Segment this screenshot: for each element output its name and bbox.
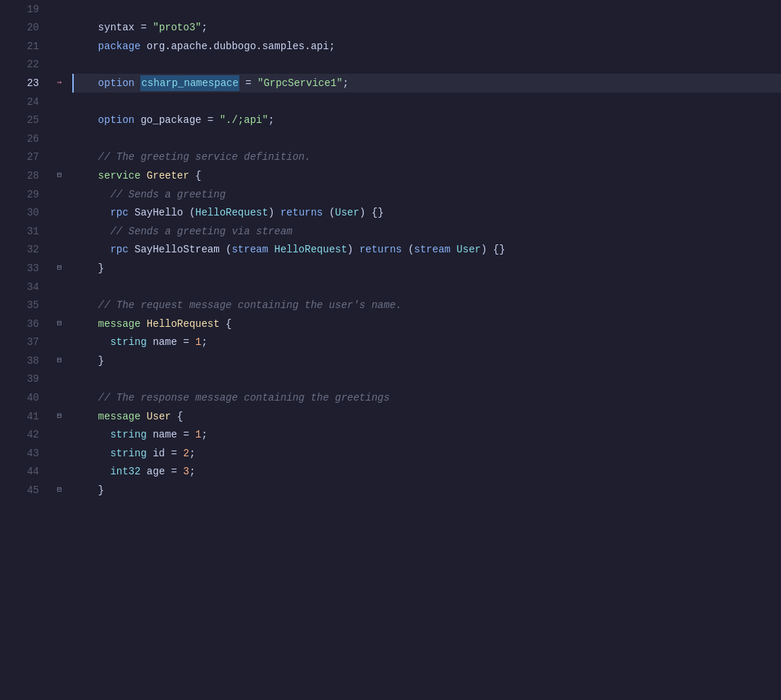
token: "GrpcService1" [257,75,343,91]
token-rpc-name: SayHello [135,205,189,221]
code-line-37: string name = 1 ; [74,333,781,352]
line-num-19: 19 [0,0,51,19]
token: option [74,112,140,128]
line-num-29: 29 [0,185,51,204]
token: } [74,482,104,498]
token-type: User [335,205,359,221]
code-line-20: syntax = "proto3" ; [74,19,781,38]
token-comment: // Sends a greeting via stream [74,223,292,239]
code-line-39 [74,370,781,389]
token: = [239,75,257,91]
token: ; [189,445,195,461]
token: ( [329,205,335,221]
code-editor: 19 20 21 22 23 24 25 26 27 28 29 30 31 3… [0,0,781,700]
line-num-44: 44 [0,463,51,482]
code-line-24 [74,93,781,111]
token: ( [408,242,414,257]
token: = [183,334,195,350]
line-num-33: 33 [0,259,51,278]
line-num-43: 43 [0,444,51,463]
code-line-28: service Greeter { [74,166,781,185]
line-num-39: 39 [0,370,51,389]
fold-icon-38[interactable]: ⊟ [51,351,68,370]
token-var: age [147,464,171,479]
token: ) [347,242,359,257]
code-line-25: option go_package = "./;api" ; [74,111,781,130]
token-message-name: HelloRequest [147,316,226,332]
fold-icon-28[interactable]: ⊟ [51,166,68,185]
line-num-23: 23 [0,74,51,93]
line-num-32: 32 [0,241,51,260]
code-line-27: // The greeting service definition. [74,148,781,167]
token-stream-kw2: stream [414,242,457,257]
token: { [226,316,231,332]
token-service-name: Greeter [147,168,195,184]
gutter-43 [51,444,68,463]
line-num-42: 42 [0,426,51,445]
line-num-45: 45 [0,481,51,500]
code-line-32: rpc SayHelloStream ( stream HelloRequest… [74,241,781,260]
token-returns-kw: returns [281,205,329,221]
token-num: 1 [195,334,201,350]
token-var: id [153,445,171,461]
code-line-43: string id = 2 ; [74,444,781,463]
token: } [74,353,104,369]
gutter-37 [51,333,68,352]
line-num-30: 30 [0,204,51,223]
token: ( [226,242,231,257]
gutter-21 [51,37,68,56]
token: ; [189,464,195,479]
line-num-24: 24 [0,93,51,111]
gutter-23-debug[interactable]: ⇒ [51,74,68,93]
token-comment: // The request message containing the us… [74,297,402,313]
line-num-20: 20 [0,19,51,38]
token: "./;api" [220,112,268,128]
token-stream-kw: stream [231,242,274,257]
token-type: string [74,445,153,461]
gutter: ⇒ ⊟ ⊟ ⊟ ⊟ ⊟ [51,0,68,700]
token: ( [189,205,195,221]
fold-icon-33[interactable]: ⊟ [51,259,68,278]
line-num-22: 22 [0,56,51,74]
line-num-34: 34 [0,278,51,296]
token-option: option [74,75,140,91]
token-message-name: User [147,409,177,424]
code-line-36: message HelloRequest { [74,315,781,333]
gutter-29 [51,185,68,204]
code-line-38: } [74,351,781,370]
code-line-19 [74,0,781,19]
gutter-19 [51,0,68,19]
code-line-23: option csharp_namespace = "GrpcService1"… [72,74,781,93]
token-message-kw: message [74,409,147,424]
token: = [171,464,183,479]
token-num: 3 [183,464,189,479]
token-rpc-kw: rpc [74,242,135,257]
token-type: HelloRequest [274,242,347,257]
token: syntax [74,20,140,35]
gutter-20 [51,19,68,38]
fold-icon-41[interactable]: ⊟ [51,407,68,426]
gutter-30 [51,204,68,223]
fold-icon-45[interactable]: ⊟ [51,481,68,500]
token-comment: // The response message containing the g… [74,390,390,406]
token-var: name [153,334,183,350]
gutter-25 [51,111,68,130]
token-returns-kw: returns [359,242,408,257]
gutter-34 [51,278,68,296]
fold-icon-36[interactable]: ⊟ [51,315,68,333]
token: ; [201,334,207,350]
line-num-28: 28 [0,166,51,185]
token: = [140,20,153,35]
code-line-45: } [74,481,781,500]
line-num-27: 27 [0,148,51,167]
token: = [208,112,220,128]
line-num-26: 26 [0,129,51,148]
code-area: syntax = "proto3" ; package org.apache.d… [68,0,781,700]
gutter-35 [51,296,68,315]
code-line-33: } [74,259,781,278]
code-line-30: rpc SayHello ( HelloRequest ) returns ( … [74,204,781,223]
line-num-25: 25 [0,111,51,130]
token-message-kw: message [74,316,147,332]
token-csharp-namespace: csharp_namespace [140,75,239,91]
gutter-24 [51,93,68,111]
